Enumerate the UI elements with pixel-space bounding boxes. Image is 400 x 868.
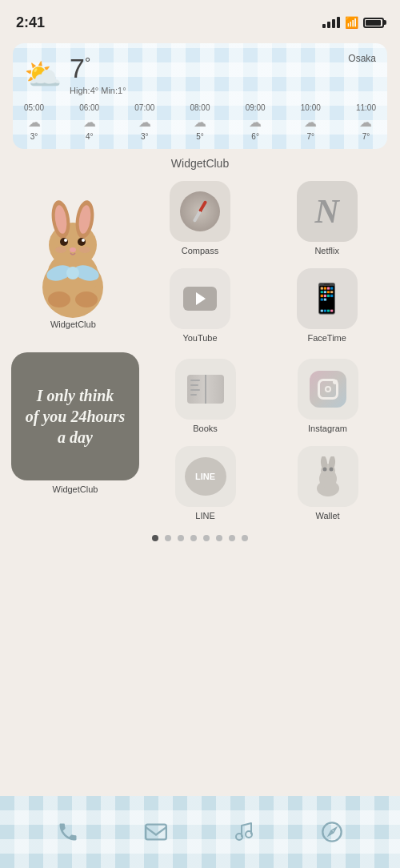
bottom-section: I only thinkof you 24hoursa day WidgetCl… (0, 349, 400, 527)
books-app-icon (175, 359, 236, 420)
dock-safari[interactable] (311, 811, 353, 853)
svg-point-24 (322, 468, 326, 472)
svg-point-16 (66, 267, 79, 279)
svg-point-8 (78, 238, 86, 246)
app-label: Instagram (308, 424, 347, 433)
app-label: Wallet (315, 511, 339, 520)
app-label: WidgetClub (53, 484, 98, 494)
page-dot-4 (203, 535, 210, 541)
music-icon (234, 821, 254, 843)
svg-point-25 (329, 468, 333, 472)
mail-icon (145, 823, 167, 841)
page-dot-7 (242, 535, 248, 541)
app-label: Compass (182, 246, 218, 255)
app-label: YouTube (182, 333, 217, 343)
dock (0, 796, 400, 868)
page-dot-3 (190, 535, 197, 541)
page-dot-1 (165, 535, 171, 541)
page-dots (0, 535, 400, 541)
page-dot-5 (216, 535, 222, 541)
weather-hourly: 05:00 ☁ 3° 06:00 ☁ 4° 07:00 ☁ 3° 08:00 ☁… (24, 103, 376, 141)
safari-icon (321, 821, 343, 843)
app-wallet[interactable]: Wallet (266, 440, 389, 527)
hour-item: 09:00 ☁ 6° (246, 103, 266, 141)
app-label: WidgetClub (50, 319, 96, 329)
cloud-icon: ☁ (249, 115, 262, 130)
battery-icon (363, 18, 384, 28)
cloud-icon: ☁ (194, 115, 206, 130)
compass-app-icon (170, 181, 230, 242)
weather-widget[interactable]: ⛅ 7° High:4° Min:1° Osaka 05:00 ☁ 3° 06:… (13, 43, 387, 149)
svg-point-7 (60, 238, 68, 246)
svg-point-13 (79, 247, 90, 253)
cloud-icon: ☁ (138, 115, 151, 130)
svg-point-30 (331, 831, 333, 833)
hour-item: 06:00 ☁ 4° (79, 103, 99, 141)
svg-point-12 (55, 247, 66, 253)
wallet-app-icon (298, 446, 358, 507)
bottom-right-grid: Books Instagram LINE LINE (144, 352, 389, 527)
facetime-app-icon: 📱 (297, 268, 358, 329)
hour-item: 11:00 ☁ 7° (356, 103, 376, 141)
section-label: WidgetClub (0, 157, 400, 170)
phone-icon (57, 821, 79, 843)
widgetclub-large-icon: I only thinkof you 24hoursa day (11, 352, 139, 480)
dock-phone[interactable] (47, 811, 89, 853)
dock-music[interactable] (223, 811, 265, 853)
page-dot-6 (229, 535, 235, 541)
cloud-icon: ⛅ (24, 59, 62, 90)
hour-item: 10:00 ☁ 7° (301, 103, 321, 141)
app-instagram[interactable]: Instagram (266, 352, 389, 440)
svg-point-18 (75, 291, 98, 307)
app-line[interactable]: LINE LINE (144, 440, 266, 527)
status-time: 2:41 (16, 14, 45, 31)
youtube-app-icon (170, 268, 230, 329)
status-icons: 📶 (322, 16, 384, 29)
svg-point-17 (48, 291, 70, 307)
app-label: FaceTime (307, 333, 346, 343)
weather-temperature: 7° (70, 53, 126, 84)
svg-point-11 (70, 247, 76, 252)
page-dot-0 (152, 535, 158, 541)
hour-item: 07:00 ☁ 3° (134, 103, 154, 141)
cloud-icon: ☁ (28, 115, 41, 130)
cloud-icon: ☁ (83, 115, 96, 130)
app-label: Netflix (314, 246, 339, 255)
cloud-icon: ☁ (359, 115, 372, 130)
app-youtube[interactable]: YouTube (137, 262, 264, 349)
app-books[interactable]: Books (144, 352, 266, 440)
page-dot-2 (178, 535, 184, 541)
app-compass[interactable]: Compass (137, 175, 264, 262)
netflix-app-icon: N (297, 181, 358, 242)
line-app-icon: LINE (175, 446, 236, 507)
svg-point-10 (82, 239, 85, 242)
app-netflix[interactable]: N Netflix (263, 175, 390, 262)
widgetclub-large-item[interactable]: I only thinkof you 24hoursa day WidgetCl… (11, 352, 139, 494)
app-facetime[interactable]: 📱 FaceTime (263, 262, 390, 349)
bunny-widget[interactable]: WidgetClub (10, 175, 137, 349)
app-label: Books (193, 424, 218, 433)
signal-icon (322, 17, 340, 28)
app-label: LINE (195, 511, 214, 520)
instagram-app-icon (298, 359, 358, 420)
hour-item: 08:00 ☁ 5° (190, 103, 210, 141)
svg-point-9 (64, 239, 67, 242)
weather-city: Osaka (348, 53, 376, 64)
status-bar: 2:41 📶 (0, 0, 400, 35)
bunny-image (21, 195, 125, 319)
dock-mail[interactable] (135, 811, 177, 853)
weather-high-low: High:4° Min:1° (70, 86, 126, 95)
wifi-icon: 📶 (345, 16, 358, 29)
hour-item: 05:00 ☁ 3° (24, 103, 44, 141)
svg-rect-26 (146, 825, 166, 840)
cloud-icon: ☁ (304, 115, 317, 130)
